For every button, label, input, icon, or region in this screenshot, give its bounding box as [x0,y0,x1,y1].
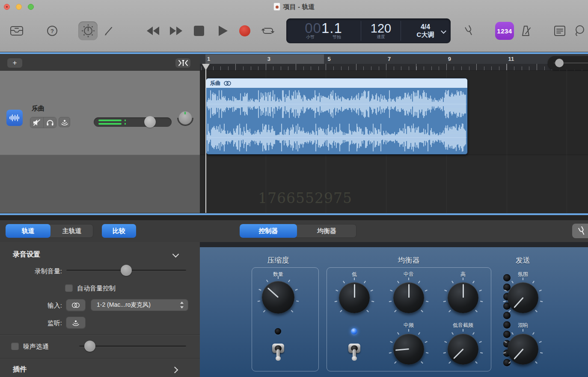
eq-midfreq-knob[interactable] [393,334,424,365]
solo-headphones-button[interactable] [43,117,56,128]
noise-gate-slider[interactable] [79,345,186,347]
playhead-handle[interactable] [202,64,210,70]
svg-text:?: ? [50,28,54,34]
record-volume-thumb[interactable] [121,265,132,276]
level-meter-left [98,120,122,121]
eq-high-knob[interactable] [448,282,478,313]
forward-button[interactable] [169,25,183,36]
region-waveform [206,88,467,155]
lcd-time-signature[interactable]: 4/4 [421,23,430,31]
volume-slider[interactable] [94,117,172,127]
lcd-tempo[interactable]: 120 [371,22,391,34]
tab-track[interactable]: 轨道 [6,224,50,238]
monitoring-icon [72,320,80,326]
dropdown-stepper-icon [180,301,184,309]
send-reverb-label: 混响 [491,322,555,329]
mute-button[interactable] [30,117,43,128]
horizontal-zoom-slider[interactable] [548,56,588,70]
ruler-ticks[interactable] [200,64,588,71]
tab-master[interactable]: 主轨道 [50,224,93,238]
tab-controls[interactable]: 控制器 [240,224,297,238]
monitor-label: 监听: [11,319,62,327]
compressor-amount-knob[interactable] [262,281,294,314]
eq-high-label: 高 [431,271,495,278]
noise-gate-checkbox[interactable] [11,342,19,350]
lcd-position: 1.1 [321,20,342,36]
input-source-value: 1-2 (Mac...ro麦克风) [97,301,151,309]
level-peak-left [125,120,126,121]
cycle-range[interactable] [205,54,324,64]
record-button[interactable] [239,25,250,36]
loop-browser-button[interactable] [573,25,586,37]
ruler[interactable]: 135791113 [200,54,588,64]
watermark-text: 1766552975 [258,190,335,206]
input-label: 输入: [11,302,62,310]
smart-controls-split-divider[interactable] [0,213,588,215]
timeline: 135791113 1766552975 乐曲 [200,54,588,213]
tab-eq[interactable]: 均衡器 [297,224,356,238]
editors-pencil-button[interactable] [103,25,115,37]
eq-low-knob[interactable] [339,282,370,313]
track-header-column: + 乐曲 [0,54,200,213]
monitoring-button[interactable] [66,317,86,329]
eq-lowcut-knob[interactable] [448,334,478,365]
collapse-chevron-icon[interactable] [173,251,178,258]
notepad-button[interactable] [553,25,566,37]
level-peak-right [125,123,126,125]
metronome-button[interactable] [519,24,532,37]
stereo-icon [224,81,231,86]
smart-controls-panel: 压缩度 均衡器 发送 数量 低 中音 高 中频 [200,242,588,377]
input-monitoring-button[interactable] [59,117,70,127]
lcd-display[interactable]: 001.1 小节节拍 120 速度 4/4 C大调 [286,18,451,43]
media-browser-button[interactable] [9,25,24,37]
noise-gate-thumb[interactable] [84,341,95,352]
volume-slider-thumb[interactable] [144,116,156,128]
add-track-button[interactable]: + [7,58,22,68]
compare-button[interactable]: 比较 [102,224,136,238]
compressor-led [275,328,281,335]
audio-region[interactable]: 乐曲 [206,78,468,155]
tracks-area: + 乐曲 [0,54,588,213]
count-in-button[interactable]: 1234 [495,22,514,40]
play-button[interactable] [217,25,229,37]
smart-controls-button[interactable] [78,21,98,40]
document-icon [273,3,280,11]
region-header[interactable]: 乐曲 [206,78,467,88]
pan-knob[interactable] [179,111,192,124]
smart-controls-header: 轨道 主轨道 比较 控制器 均衡器 [0,215,588,242]
eq-toggle[interactable] [347,340,361,361]
input-source-dropdown[interactable]: 1-2 (Mac...ro麦克风) [91,299,188,311]
track-header[interactable]: 乐曲 [0,71,200,155]
eq-mid-knob[interactable] [393,282,424,313]
tuner-fork-button[interactable] [463,24,476,37]
send-ambience-label: 氛围 [491,271,555,278]
lcd-key[interactable]: C大调 [417,31,434,39]
send-ambience-knob[interactable] [508,282,538,313]
eq-lowcut-label: 低音截频 [431,322,495,329]
help-button[interactable]: ? [46,25,58,37]
plugins-chevron-icon[interactable] [172,366,177,374]
stereo-input-icon [71,302,80,308]
track-name[interactable]: 乐曲 [32,105,45,113]
input-format-button[interactable] [66,299,86,311]
playhead[interactable] [205,64,206,213]
region-name: 乐曲 [210,80,220,87]
lcd-beats-label: 节拍 [333,34,341,40]
send-reverb-knob[interactable] [508,334,538,365]
rewind-button[interactable] [146,25,160,36]
zoom-slider-handle[interactable] [555,59,564,67]
track-list-empty-area[interactable] [0,155,200,213]
lcd-bars-dim: 00 [305,20,321,36]
tuning-button[interactable] [572,224,588,238]
compressor-toggle[interactable] [271,340,285,361]
stop-button[interactable] [193,25,205,36]
send-title: 发送 [487,255,559,265]
toolbar-split-divider[interactable] [0,52,588,54]
audio-track-icon [6,110,23,126]
record-volume-slider[interactable] [66,269,186,271]
catch-playhead-button[interactable] [175,58,190,68]
recording-settings-title: 录音设置 [13,250,40,259]
lcd-bars-label: 小节 [306,34,315,40]
auto-volume-checkbox[interactable] [65,284,73,292]
cycle-button[interactable] [261,25,275,37]
